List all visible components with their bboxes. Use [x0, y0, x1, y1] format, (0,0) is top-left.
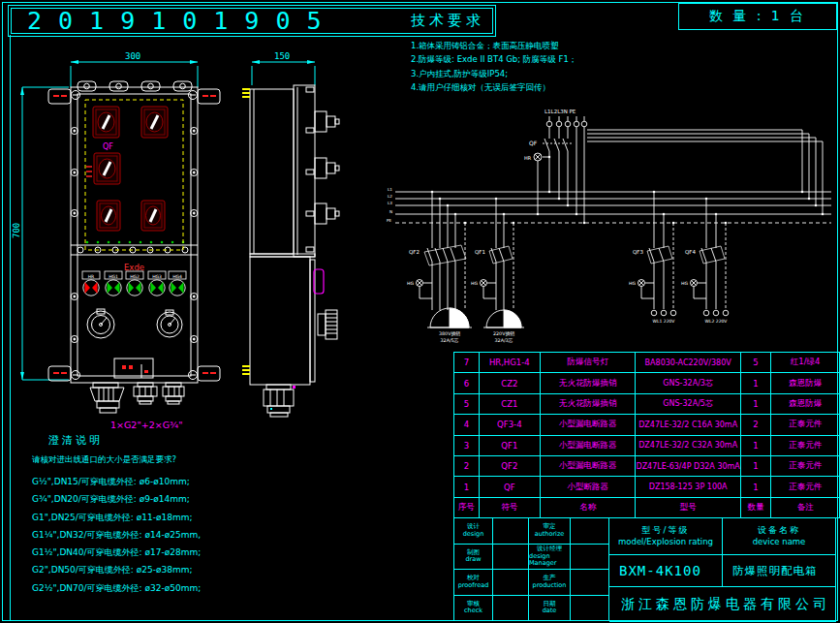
- role-label: 校对proofread: [454, 570, 493, 596]
- side-view-drawing: 150: [237, 48, 354, 431]
- rotary-switch[interactable]: [97, 201, 120, 231]
- table-row: 7HR,HG1-4防爆信号灯BA8030-AC220V/380V5红1/绿4: [454, 353, 840, 373]
- bom-cell: 森恩防爆: [771, 373, 840, 393]
- role-value: [571, 596, 609, 622]
- bom-cell: 正泰元件: [771, 415, 840, 435]
- wiring-schematic: L1L2L3N PE QF HR L1 L2 L3 N PE QF2 QF1 Q…: [386, 83, 838, 351]
- bom-cell: 小型漏电断路器: [540, 455, 636, 476]
- side-dim-150: 150: [252, 51, 315, 85]
- bom-cell: 4: [454, 415, 480, 435]
- table-row: 5CZ1无火花防爆插销GNS-32A/5芯1森恩防爆: [454, 393, 840, 414]
- bom-cell: 小型断路器: [540, 477, 636, 497]
- role-label: 日期date: [529, 596, 571, 622]
- flange-bolts: [71, 127, 198, 342]
- bom-cell: 5: [740, 353, 770, 373]
- bom-cell: BA8030-AC220V/380V: [636, 353, 740, 373]
- svg-text:HG1: HG1: [109, 274, 118, 279]
- bom-header-row: 序号符号名称型号数量备注: [454, 497, 840, 517]
- rotary-switch[interactable]: [94, 153, 120, 184]
- bom-cell: DZ47LE-32/2 C16A 30mA: [636, 415, 740, 435]
- side-switch-handles: [315, 111, 339, 224]
- side-teal-dot: [270, 408, 272, 410]
- bus-label-l1: L1: [388, 187, 392, 192]
- role-value: [493, 545, 529, 571]
- doc-number: 2019101905: [12, 7, 338, 35]
- tech-requirements-title: 技术要求: [411, 12, 672, 30]
- socket-cz1[interactable]: [87, 309, 114, 338]
- table-row: 2QF2小型漏电断路器DZ47LE-63/4P D32A 30mA1正泰元件: [454, 455, 840, 476]
- cable-gland-small: [134, 383, 157, 404]
- pipe-spec-item: G1¼",DN32/可穿电缆外径: ø14-ø25mm,: [32, 526, 264, 544]
- role-label: 审核check: [454, 596, 493, 622]
- rotary-switch[interactable]: [141, 107, 168, 138]
- branch-qf3: [638, 192, 676, 316]
- bom-cell: 7: [454, 353, 480, 373]
- flange-gasket-dots: [86, 241, 185, 244]
- right-feed-routing: [587, 130, 823, 214]
- bom-cell: 森恩防爆: [771, 393, 840, 414]
- bom-cell: 6: [454, 373, 480, 393]
- role-label: 审定authorize: [529, 518, 571, 545]
- panel-sockets: [87, 309, 182, 338]
- bom-cell: QF2: [479, 455, 540, 476]
- qf4-label: QF4: [685, 249, 696, 255]
- bom-cell: GNS-32A/5芯: [636, 393, 740, 414]
- svg-text:300: 300: [125, 51, 140, 61]
- bom-cell: 正泰元件: [771, 477, 840, 497]
- qf1-label: QF1: [475, 249, 485, 255]
- load-label: 32A/3芯: [495, 338, 513, 343]
- door-corner-screws: [72, 91, 198, 380]
- front-dim-700: 700: [12, 87, 69, 380]
- branch-qf2: [417, 192, 473, 327]
- rotary-switch[interactable]: [141, 201, 165, 231]
- bom-header-cell: 序号: [454, 497, 480, 517]
- bom-cell: QF: [479, 477, 540, 497]
- load-label: 220V插销: [493, 330, 514, 337]
- bom-cell: 正泰元件: [771, 435, 840, 455]
- company-name: 浙江森恩防爆电器有限公司: [609, 587, 835, 621]
- bom-cell: HR,HG1-4: [479, 353, 540, 373]
- cable-glands: [90, 383, 184, 413]
- bom-cell: 1: [454, 477, 480, 497]
- bom-header-cell: 型号: [636, 497, 740, 517]
- load-label: WL1 220V: [653, 319, 676, 324]
- bom-cell: 1: [740, 373, 770, 393]
- qf-label: QF: [529, 140, 538, 146]
- socket-cz2[interactable]: [157, 310, 182, 337]
- bus-label-pe: PE: [387, 218, 392, 223]
- role-value: [493, 518, 529, 545]
- table-row: 3QF1小型漏电断路器DZ47LE-32/2 C32A 30mA1正泰元件: [454, 435, 840, 455]
- bom-cell: 1: [740, 435, 770, 455]
- title-block: 设计design 审定authorize 制图draw 设计经理design M…: [453, 517, 836, 620]
- svg-text:HR: HR: [88, 274, 95, 279]
- bom-cell: 1: [740, 393, 770, 414]
- bom-cell: 防爆信号灯: [540, 353, 636, 373]
- bom-cell: CZ2: [479, 373, 540, 393]
- tech-requirement-item: 3.户内挂式,防护等级IP54;: [411, 67, 672, 80]
- bus-label-l2: L2: [388, 194, 392, 199]
- gland-size-note: 1×G2"+2×G¾": [110, 420, 183, 430]
- bom-cell: 5: [454, 393, 480, 414]
- side-magenta-dot: [293, 386, 296, 389]
- bom-cell: GNS-32A/3芯: [636, 373, 740, 393]
- bom-header-cell: 数量: [740, 497, 770, 517]
- bom-header-cell: 符号: [479, 497, 540, 517]
- main-breaker-qf: [543, 127, 584, 223]
- rotary-switch[interactable]: [93, 107, 119, 138]
- indicator-lamp-hg1: HG1: [105, 271, 122, 296]
- bom-cell: QF3-4: [479, 415, 540, 435]
- nameplate: [114, 358, 153, 378]
- incoming-phase-label: L1L2L3N PE: [544, 109, 576, 114]
- tech-requirement-item: 2.防爆等级: Exde II BT4 Gb; 防腐等级 F1；: [411, 52, 672, 66]
- bom-header-cell: 备注: [771, 497, 840, 517]
- model-value: BXM-4K100: [609, 555, 723, 587]
- svg-text:700: 700: [12, 223, 21, 238]
- bom-cell: 正泰元件: [771, 455, 840, 476]
- table-row: 1QF小型断路器DZ158-125 3P 100A1正泰元件: [454, 477, 840, 497]
- pipe-spec-item: G½",DN15/可穿电缆外径: ø6-ø10mm;: [32, 473, 264, 490]
- svg-text:HG4: HG4: [172, 274, 182, 279]
- indicator-lamps: HR HG1 HG2 HG3: [82, 271, 186, 296]
- rotary-switches: [93, 107, 168, 231]
- tech-requirement-item: 1.箱体采用铸铝合金；表面高压静电喷塑: [411, 39, 672, 52]
- exde-marking: Exde: [124, 263, 144, 272]
